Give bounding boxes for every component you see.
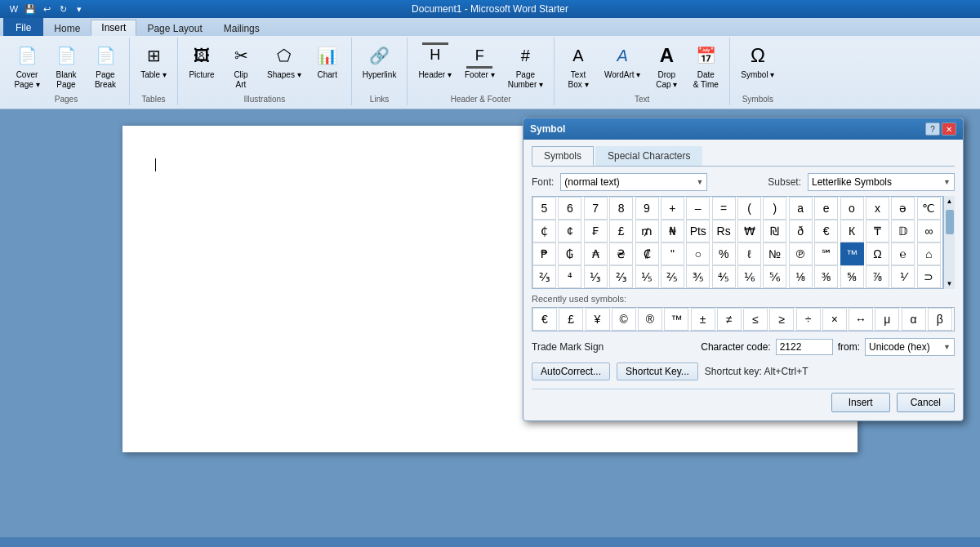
- symbol-cell[interactable]: ₴: [609, 242, 633, 265]
- symbol-cell[interactable]: ⅞: [866, 265, 889, 288]
- symbol-cell[interactable]: ⌂: [917, 242, 941, 265]
- symbol-cell[interactable]: ⅙: [737, 265, 761, 288]
- recent-symbol-cell[interactable]: ©: [612, 308, 636, 331]
- symbol-cell[interactable]: 𝔻: [891, 220, 915, 242]
- symbol-cell[interactable]: ₸: [866, 220, 889, 242]
- recent-symbol-cell[interactable]: ≠: [717, 308, 742, 331]
- symbol-cell[interactable]: ⅟: [891, 265, 915, 288]
- symbol-cell[interactable]: ₦: [661, 220, 684, 242]
- symbol-cell[interactable]: ⅜: [814, 265, 838, 288]
- hyperlink-button[interactable]: 🔗 Hyperlink: [357, 39, 403, 83]
- symbol-cell[interactable]: %: [712, 242, 736, 265]
- table-button[interactable]: ⊞ Table ▾: [135, 39, 172, 83]
- font-select[interactable]: (normal text) ▼: [560, 173, 707, 191]
- symbol-cell[interactable]: ₱: [532, 242, 556, 265]
- symbol-cell[interactable]: ¢: [558, 220, 581, 242]
- insert-button[interactable]: Insert: [831, 393, 890, 412]
- symbol-cell[interactable]: ™: [840, 242, 864, 265]
- wordart-button[interactable]: A WordArt ▾: [599, 39, 646, 83]
- symbol-button[interactable]: Ω Symbol ▾: [735, 39, 780, 83]
- symbol-cell[interactable]: ₣: [584, 220, 608, 242]
- redo-button[interactable]: ↻: [56, 2, 70, 16]
- char-code-input[interactable]: [776, 339, 833, 355]
- symbol-cell[interactable]: 9: [635, 197, 659, 220]
- symbol-cell[interactable]: +: [661, 197, 684, 220]
- symbol-cell[interactable]: ℗: [789, 242, 813, 265]
- tab-special-characters[interactable]: Special Characters: [595, 146, 702, 166]
- shapes-button[interactable]: ⬠ Shapes ▾: [261, 39, 307, 83]
- tab-file[interactable]: File: [3, 18, 43, 36]
- shortcut-key-button[interactable]: Shortcut Key...: [617, 362, 698, 380]
- symbol-cell[interactable]: ⅚: [763, 265, 786, 288]
- symbol-cell[interactable]: a: [789, 197, 813, 220]
- recent-symbol-cell[interactable]: ≤: [743, 308, 768, 331]
- recent-symbol-cell[interactable]: ≥: [769, 308, 794, 331]
- scroll-down-arrow[interactable]: ▼: [945, 278, 955, 289]
- page-number-button[interactable]: # PageNumber ▾: [502, 39, 549, 93]
- symbol-cell[interactable]: Ω: [866, 242, 889, 265]
- symbol-cell[interactable]: ð: [789, 220, 813, 242]
- symbol-cell[interactable]: ○: [686, 242, 710, 265]
- cover-page-button[interactable]: 📄 CoverPage ▾: [8, 39, 46, 93]
- footer-button[interactable]: F Footer ▾: [459, 39, 501, 83]
- symbol-cell[interactable]: ⅛: [789, 265, 813, 288]
- recent-symbol-cell[interactable]: ÷: [796, 308, 821, 331]
- recent-symbol-cell[interactable]: ×: [822, 308, 847, 331]
- save-button[interactable]: 💾: [23, 2, 38, 16]
- symbol-cell[interactable]: o: [840, 197, 864, 220]
- symbol-cell[interactable]: 7: [584, 197, 608, 220]
- picture-button[interactable]: 🖼 Picture: [183, 39, 220, 83]
- recent-symbol-cell[interactable]: £: [559, 308, 583, 331]
- document-area[interactable]: Symbol ? ✕ Symbols Special Characters Fo…: [0, 109, 980, 537]
- tab-insert[interactable]: Insert: [91, 20, 136, 36]
- symbol-cell[interactable]: ∞: [917, 220, 941, 242]
- recent-symbol-cell[interactable]: α: [902, 308, 926, 331]
- symbol-cell[interactable]: ₥: [635, 220, 659, 242]
- subset-select[interactable]: Letterlike Symbols ▼: [808, 173, 955, 191]
- recent-symbol-cell[interactable]: ®: [638, 308, 662, 331]
- symbol-cell[interactable]: ⅓: [584, 265, 608, 288]
- recent-symbol-cell[interactable]: ™: [664, 308, 688, 331]
- dialog-help-button[interactable]: ?: [925, 122, 940, 136]
- symbol-cell[interactable]: e: [814, 197, 838, 220]
- symbol-cell[interactable]: –: [686, 197, 710, 220]
- symbol-cell[interactable]: 6: [558, 197, 581, 220]
- scroll-thumb[interactable]: [946, 210, 954, 234]
- undo-button[interactable]: ↩: [39, 2, 54, 16]
- dropcap-button[interactable]: A DropCap ▾: [648, 39, 685, 93]
- symbol-cell[interactable]: ₳: [584, 242, 608, 265]
- symbol-cell[interactable]: ⅔: [609, 265, 633, 288]
- page-break-button[interactable]: 📄 PageBreak: [87, 39, 124, 93]
- symbol-cell[interactable]: №: [763, 242, 786, 265]
- recent-symbol-cell[interactable]: ¥: [586, 308, 610, 331]
- date-time-button[interactable]: 📅 Date& Time: [687, 39, 724, 93]
- symbol-cell[interactable]: ₡: [635, 242, 659, 265]
- header-button[interactable]: H Header ▾: [412, 39, 457, 83]
- symbol-cell[interactable]: =: [712, 197, 736, 220]
- symbol-cell[interactable]: ): [763, 197, 786, 220]
- customize-button[interactable]: ▾: [72, 2, 87, 16]
- symbol-cell[interactable]: ℠: [814, 242, 838, 265]
- symbol-cell[interactable]: ⅖: [661, 265, 684, 288]
- symbol-cell[interactable]: ₲: [558, 242, 581, 265]
- symbol-cell[interactable]: ⅔: [532, 265, 556, 288]
- symbol-cell[interactable]: ₩: [737, 220, 761, 242]
- symbol-cell[interactable]: ℮: [891, 242, 915, 265]
- symbol-scrollbar[interactable]: ▲ ▼: [943, 196, 955, 289]
- symbol-cell[interactable]: К: [840, 220, 864, 242]
- symbol-cell[interactable]: ə: [891, 197, 915, 220]
- from-select[interactable]: Unicode (hex) ▼: [865, 338, 955, 356]
- symbol-cell[interactable]: ℓ: [737, 242, 761, 265]
- tab-mailings[interactable]: Mailings: [213, 20, 270, 36]
- autocorrect-button[interactable]: AutoCorrect...: [532, 362, 610, 380]
- recent-symbol-cell[interactable]: μ: [875, 308, 899, 331]
- symbol-cell[interactable]: ": [661, 242, 684, 265]
- tab-page-layout[interactable]: Page Layout: [136, 20, 212, 36]
- chart-button[interactable]: 📊 Chart: [309, 39, 346, 83]
- blank-page-button[interactable]: 📄 BlankPage: [47, 39, 85, 93]
- recent-symbol-cell[interactable]: ±: [691, 308, 715, 331]
- symbol-cell[interactable]: 8: [609, 197, 633, 220]
- tab-symbols[interactable]: Symbols: [532, 146, 594, 166]
- symbol-cell[interactable]: ₪: [763, 220, 786, 242]
- recent-symbol-cell[interactable]: €: [532, 308, 557, 331]
